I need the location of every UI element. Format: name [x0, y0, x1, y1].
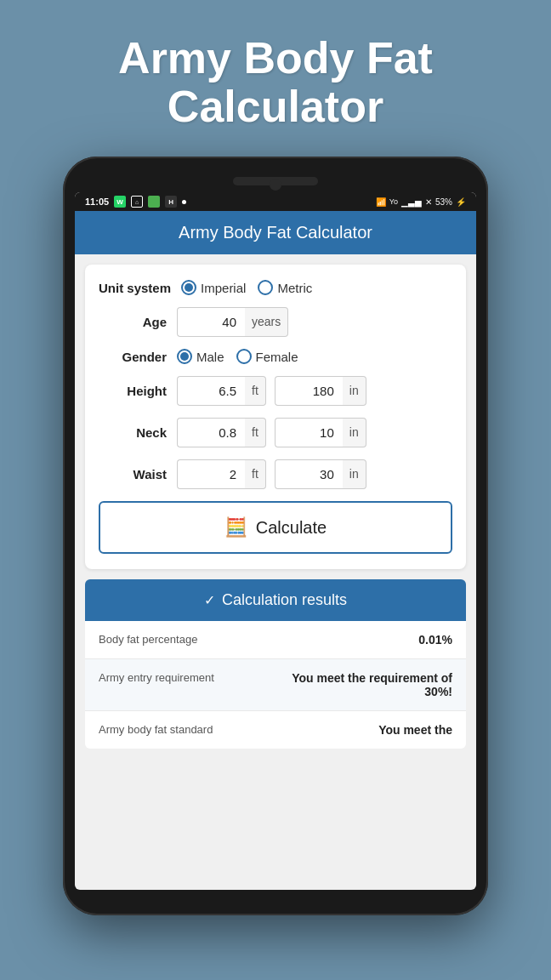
male-label: Male	[196, 350, 224, 364]
army-entry-value: You meet the requirement of 30%!	[282, 671, 452, 698]
army-standard-row: Army body fat standard You meet the	[85, 711, 466, 749]
waist-in-group: in	[275, 459, 366, 489]
neck-label: Neck	[99, 425, 167, 440]
army-standard-label: Army body fat standard	[99, 723, 213, 736]
waist-in-input[interactable]	[275, 459, 343, 489]
waist-input-group: ft in	[177, 459, 366, 489]
calculate-label: Calculate	[256, 518, 327, 538]
home-icon: ⌂	[131, 196, 143, 208]
wifi-icon: 📶	[376, 197, 386, 207]
results-header: ✓ Calculation results	[85, 579, 466, 621]
gender-row: Gender Male Female	[99, 349, 452, 364]
female-radio[interactable]: Female	[236, 349, 298, 364]
status-bar: 11:05 W ⌂ H 📶 Yo ▁▃▅ ✕ 53% ⚡	[75, 192, 476, 211]
height-in-unit: in	[343, 376, 366, 406]
neck-in-unit: in	[343, 418, 366, 447]
waist-label: Waist	[99, 467, 167, 481]
neck-row: Neck ft in	[99, 418, 452, 447]
phone-screen: 11:05 W ⌂ H 📶 Yo ▁▃▅ ✕ 53% ⚡ A	[75, 192, 476, 890]
neck-ft-unit: ft	[245, 418, 266, 447]
height-ft-unit: ft	[245, 376, 266, 406]
neck-input-group: ft in	[177, 418, 366, 447]
calculate-button[interactable]: 🧮 Calculate	[99, 501, 452, 554]
page-title: Army Body Fat Calculator	[118, 34, 433, 131]
height-ft-group: ft	[177, 376, 266, 406]
signal-text: Yo	[389, 197, 398, 206]
waist-ft-group: ft	[177, 459, 266, 489]
age-label: Age	[99, 315, 167, 329]
phone-camera	[270, 179, 281, 191]
gender-label: Gender	[99, 350, 167, 364]
no-signal-icon: ✕	[425, 197, 432, 207]
height-label: Height	[99, 384, 167, 398]
phone-mockup: 11:05 W ⌂ H 📶 Yo ▁▃▅ ✕ 53% ⚡ A	[63, 157, 488, 915]
height-ft-input[interactable]	[177, 376, 245, 406]
body-fat-row: Body fat percentage 0.01%	[85, 621, 466, 659]
unit-system-label: Unit system	[99, 281, 171, 295]
notification-dot	[182, 200, 186, 204]
results-header-label: Calculation results	[222, 591, 347, 609]
app-icon-dark: H	[165, 196, 177, 208]
gender-radio-group: Male Female	[177, 349, 298, 364]
waist-ft-input[interactable]	[177, 459, 245, 489]
neck-in-group: in	[275, 418, 366, 447]
army-entry-row: Army entry requirement You meet the requ…	[85, 659, 466, 711]
imperial-radio-circle[interactable]	[181, 280, 196, 295]
body-fat-label: Body fat percentage	[99, 633, 197, 646]
height-row: Height ft in	[99, 376, 452, 406]
waist-ft-unit: ft	[245, 459, 266, 489]
unit-radio-group: Imperial Metric	[181, 280, 312, 295]
age-row: Age years	[99, 307, 452, 337]
army-entry-label: Army entry requirement	[99, 671, 214, 684]
whatsapp-icon: W	[114, 196, 126, 208]
imperial-radio[interactable]: Imperial	[181, 280, 246, 295]
time-display: 11:05	[85, 197, 109, 207]
female-radio-circle[interactable]	[236, 349, 252, 364]
battery-display: 53%	[435, 197, 452, 207]
height-input-group: ft in	[177, 376, 366, 406]
age-unit: years	[245, 307, 288, 337]
age-input[interactable]	[177, 307, 245, 337]
results-body: Body fat percentage 0.01% Army entry req…	[85, 621, 466, 749]
male-radio[interactable]: Male	[177, 349, 224, 364]
signal-bars-icon: ▁▃▅	[401, 197, 422, 207]
app-header: Army Body Fat Calculator	[75, 211, 476, 254]
male-radio-circle[interactable]	[177, 349, 192, 364]
check-icon: ✓	[204, 592, 215, 608]
waist-row: Waist ft in	[99, 459, 452, 489]
neck-ft-group: ft	[177, 418, 266, 447]
app-icon-green	[148, 196, 160, 208]
metric-radio-circle[interactable]	[258, 280, 273, 295]
metric-label: Metric	[277, 281, 312, 295]
battery-icon: ⚡	[456, 197, 466, 207]
age-input-group: years	[177, 307, 288, 337]
army-standard-value: You meet the	[378, 723, 452, 737]
height-in-group: in	[275, 376, 366, 406]
waist-in-unit: in	[343, 459, 366, 489]
calculator-icon: 🧮	[224, 516, 247, 538]
imperial-label: Imperial	[201, 281, 246, 295]
height-in-input[interactable]	[275, 376, 343, 406]
female-label: Female	[256, 350, 298, 364]
neck-ft-input[interactable]	[177, 418, 245, 447]
neck-in-input[interactable]	[275, 418, 343, 447]
metric-radio[interactable]: Metric	[258, 280, 312, 295]
form-card: Unit system Imperial Metric Ag	[85, 265, 466, 569]
body-fat-value: 0.01%	[418, 633, 452, 647]
unit-system-row: Unit system Imperial Metric	[99, 280, 452, 295]
